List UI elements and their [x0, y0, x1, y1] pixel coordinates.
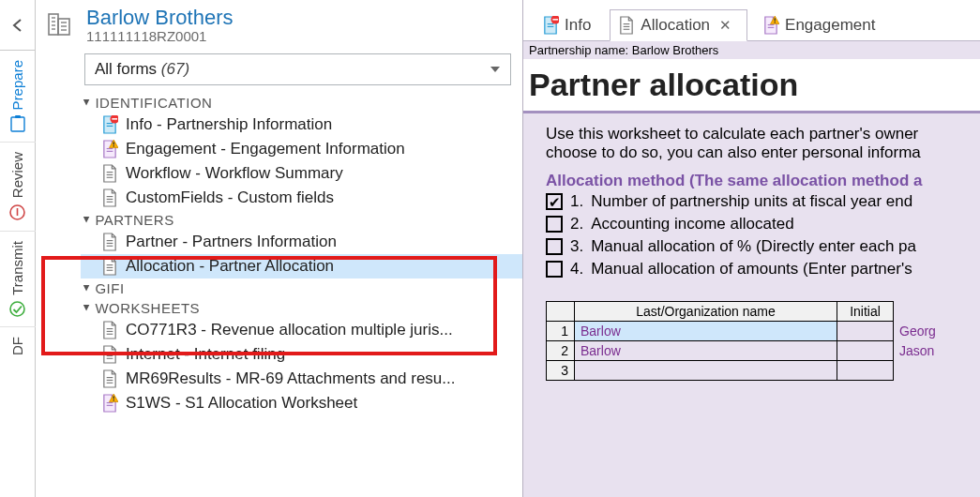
svg-rect-20 [11, 117, 24, 131]
doc-icon [101, 369, 118, 388]
tree-item-label: Partner - Partners Information [126, 233, 337, 251]
row-number: 2 [547, 341, 575, 361]
tree-item[interactable]: Internet - Internet filing [81, 342, 522, 367]
tab[interactable]: Engagement [755, 10, 886, 40]
doc-intro-line: choose to do so, you can also enter pers… [546, 143, 980, 162]
tree-item[interactable]: Info - Partnership Information [81, 113, 522, 137]
rail-tab-prepare[interactable]: Prepare [0, 51, 36, 143]
tab-label: Engagement [785, 16, 875, 35]
cell-firstname[interactable] [894, 361, 942, 381]
tree-item-label: Info - Partnership Information [126, 115, 332, 134]
tree-item[interactable]: CO771R3 - Revenue allocation multiple ju… [81, 318, 522, 342]
doc-icon [101, 188, 118, 207]
table-row[interactable]: 3 [547, 361, 942, 381]
back-button[interactable] [0, 0, 36, 51]
tree-item[interactable]: MR69Results - MR-69 Attachments and resu… [81, 367, 522, 391]
allocation-option[interactable]: 3. Manual allocation of % (Directly ente… [546, 235, 980, 258]
doc-title: Partner allocation [523, 59, 980, 111]
doc-intro-line: Use this worksheet to calculate each par… [546, 125, 980, 143]
tree-item[interactable]: CustomFields - Custom fields [81, 186, 522, 210]
cell-firstname[interactable]: Georg [894, 322, 942, 341]
doc-meta: Partnership name: Barlow Brothers [523, 41, 980, 59]
allocation-option[interactable]: 2. Accounting income allocated [546, 213, 980, 235]
cell-name[interactable]: Barlow [575, 341, 837, 361]
doc-icon [618, 16, 635, 35]
option-number: 4. [570, 260, 583, 279]
doc-icon [101, 164, 118, 183]
rail-tab-df[interactable]: DF [0, 327, 36, 365]
option-label: Accounting income allocated [591, 215, 793, 233]
allocation-option[interactable]: 4. Manual allocation of amounts (Enter p… [546, 258, 980, 280]
client-header: Barlow Brothers 111111118RZ0001 [36, 0, 522, 48]
doc-icon [101, 257, 118, 276]
rail-tab-review[interactable]: Review [0, 143, 36, 231]
option-label: Manual allocation of amounts (Enter part… [591, 260, 912, 279]
allocation-option[interactable]: 1. Number of partnership units at fiscal… [546, 190, 980, 213]
collapse-triangle-icon: ▲ [81, 215, 91, 226]
tree-item[interactable]: Allocation - Partner Allocation [81, 254, 522, 279]
tree-item-label: MR69Results - MR-69 Attachments and resu… [126, 369, 455, 388]
tree-item[interactable]: Partner - Partners Information [81, 230, 522, 254]
cell-initial[interactable] [837, 361, 894, 381]
allocation-method-header: Allocation method (The same allocation m… [546, 172, 980, 190]
checkbox[interactable] [546, 261, 563, 278]
doc-icon [101, 140, 118, 158]
tab-label: Info [565, 16, 591, 35]
svg-rect-23 [17, 208, 19, 216]
row-number: 3 [547, 361, 575, 381]
chevron-down-icon [490, 65, 501, 74]
rail-label: Review [9, 152, 25, 198]
close-icon[interactable]: ✕ [716, 17, 735, 34]
doc-meta-value: Barlow Brothers [632, 43, 718, 57]
tree-group-header[interactable]: ▲ PARTNERS [81, 210, 522, 230]
forms-dropdown-count: (67) [161, 60, 189, 78]
checkbox[interactable] [546, 238, 563, 255]
doc-icon [542, 16, 559, 35]
tab[interactable]: Allocation✕ [610, 9, 747, 41]
doc-icon [101, 394, 118, 413]
tab-label: Allocation [641, 16, 710, 35]
table-row[interactable]: 1BarlowGeorg [547, 322, 942, 341]
left-rail: Prepare Review Transmit DF [0, 0, 36, 497]
col-name-header: Last/Organization name [575, 302, 837, 322]
cell-name[interactable] [575, 361, 837, 381]
collapse-triangle-icon: ▲ [81, 283, 91, 294]
forms-panel: Barlow Brothers 111111118RZ0001 All form… [36, 0, 523, 497]
globe-check-icon [9, 300, 26, 317]
svg-rect-21 [15, 115, 21, 118]
tree-item-label: CO771R3 - Revenue allocation multiple ju… [126, 321, 453, 339]
tree-item[interactable]: Workflow - Workflow Summary [81, 161, 522, 186]
tree-item[interactable]: Engagement - Engagement Information [81, 137, 522, 161]
tree-item-label: Allocation - Partner Allocation [126, 257, 334, 276]
option-number: 3. [570, 237, 583, 256]
checkbox[interactable] [546, 216, 563, 233]
rail-tab-transmit[interactable]: Transmit [0, 232, 36, 328]
option-label: Number of partnership units at fiscal ye… [591, 192, 912, 211]
doc-body: Use this worksheet to calculate each par… [523, 113, 980, 381]
cell-firstname[interactable]: Jason [894, 341, 942, 361]
option-number: 1. [570, 192, 583, 211]
forms-dropdown-label: All forms [95, 60, 157, 78]
content-panel: InfoAllocation✕Engagement Partnership na… [523, 0, 980, 497]
forms-dropdown[interactable]: All forms (67) [84, 53, 511, 85]
tree-group-header[interactable]: ▲ IDENTIFICATION [81, 93, 522, 113]
doc-icon [101, 321, 118, 339]
clipboard-icon [9, 115, 26, 132]
cell-initial[interactable] [837, 341, 894, 361]
document-area: Partnership name: Barlow Brothers Partne… [523, 41, 980, 497]
cell-name[interactable]: Barlow [575, 322, 837, 341]
tree-group-header[interactable]: ▲ GIFI [81, 279, 522, 298]
partners-table: Last/Organization name Initial 1BarlowGe… [546, 301, 942, 381]
doc-icon [101, 345, 118, 364]
tab[interactable]: Info [535, 10, 602, 40]
rail-label: Prepare [9, 60, 25, 110]
tree-group-header[interactable]: ▲ WORKSHEETS [81, 298, 522, 318]
table-row[interactable]: 2BarlowJason [547, 341, 942, 361]
rail-label: DF [9, 337, 25, 355]
col-initial-header: Initial [837, 302, 894, 322]
tree-item[interactable]: S1WS - S1 Allocation Worksheet [81, 391, 522, 415]
checkbox[interactable] [546, 193, 563, 210]
cell-initial[interactable] [837, 322, 894, 341]
doc-icon [101, 115, 118, 134]
tree-item-label: Internet - Internet filing [126, 345, 285, 364]
